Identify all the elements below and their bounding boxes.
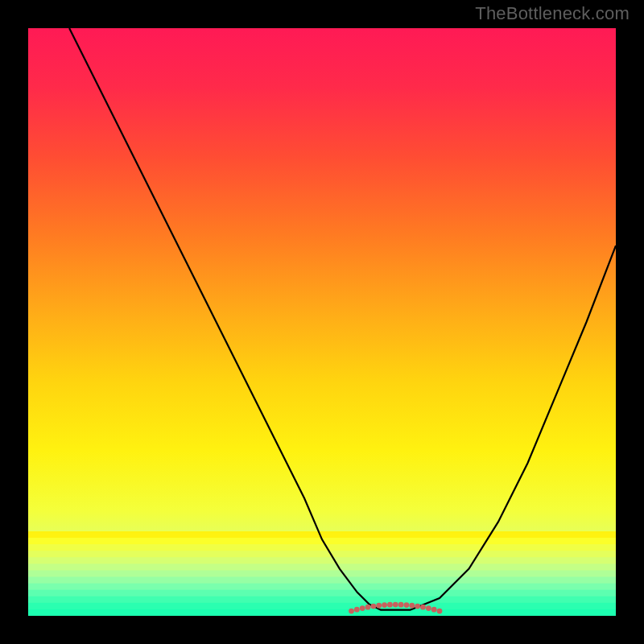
svg-point-21 <box>387 602 393 608</box>
bottleneck-curve <box>28 28 616 616</box>
svg-point-24 <box>404 602 410 608</box>
svg-point-28 <box>426 605 431 611</box>
svg-point-19 <box>376 603 382 609</box>
svg-point-18 <box>370 604 376 609</box>
plot-area <box>28 28 616 616</box>
svg-point-26 <box>415 604 420 609</box>
svg-point-20 <box>382 602 387 608</box>
svg-point-29 <box>431 607 437 613</box>
chart-frame: TheBottleneck.com <box>0 0 644 644</box>
svg-point-16 <box>360 605 365 611</box>
watermark-text: TheBottleneck.com <box>475 3 630 24</box>
svg-point-25 <box>409 603 415 609</box>
svg-point-23 <box>398 602 404 608</box>
svg-point-22 <box>393 602 398 608</box>
svg-point-17 <box>365 605 371 610</box>
svg-point-30 <box>437 609 443 614</box>
svg-point-27 <box>420 605 426 610</box>
svg-point-15 <box>354 607 360 613</box>
svg-point-14 <box>349 609 354 614</box>
